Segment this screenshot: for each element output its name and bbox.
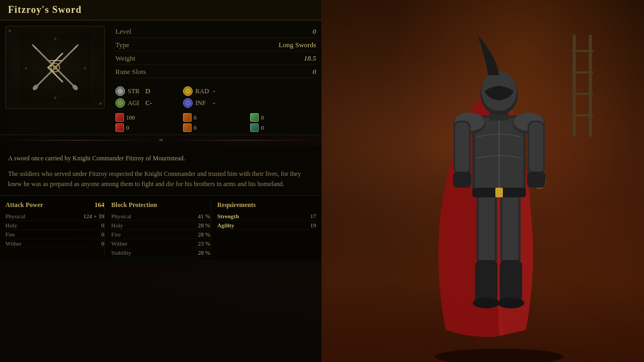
svg-point-57 <box>119 102 121 104</box>
type-label: Type <box>115 41 129 49</box>
ui-panel: Fitzroy's Sword <box>0 0 322 362</box>
ap-physical-label: Physical <box>5 213 25 219</box>
svg-point-53 <box>119 90 121 92</box>
weight-label: Weight <box>115 54 135 63</box>
requirements-header: Requirements <box>217 201 316 209</box>
top-section: ✦ ✦ ✦ ✦ Level 0 Type Long Swords Weight … <box>0 20 321 135</box>
inf-icon <box>183 98 193 108</box>
agi-label: AGI <box>128 99 143 107</box>
weapon-image-area: ✦ ✦ ✦ ✦ <box>5 26 105 109</box>
rad-grade: - <box>213 87 215 95</box>
ornament-line-right <box>166 140 322 141</box>
ap-fire-row: Fire 0 <box>5 230 104 239</box>
requirements-column: Requirements Strength 17 Agility 19 <box>210 201 316 257</box>
ap-holy-label: Holy <box>5 222 17 228</box>
rune-slots-row: Rune Slots 0 <box>115 66 316 78</box>
svg-text:✦: ✦ <box>83 65 87 71</box>
ap-physical-row: Physical 124 + 39 <box>5 212 104 221</box>
svg-point-47 <box>53 65 57 70</box>
svg-rect-21 <box>479 195 495 261</box>
fire-dmg-val1: 0 <box>194 114 197 121</box>
req-strength-value: 17 <box>310 213 316 219</box>
block-protection-column: Block Protection Physical 41 % Holy 28 %… <box>104 201 210 257</box>
svg-point-59 <box>187 102 189 104</box>
req-strength-row: Strength 17 <box>217 212 316 221</box>
ap-wither-row: Wither 0 <box>5 239 104 248</box>
block-protection-label: Block Protection <box>111 201 157 209</box>
ornament-line-left <box>0 140 156 141</box>
phys-dmg-2: 0 <box>115 123 181 132</box>
fire-dmg-icon <box>183 113 192 122</box>
svg-rect-24 <box>475 260 497 303</box>
req-strength-label: Strength <box>217 213 239 219</box>
type-value: Long Swords <box>279 41 316 49</box>
requirements-label: Requirements <box>217 201 256 209</box>
svg-text:✦: ✦ <box>24 65 28 71</box>
svg-rect-18 <box>453 172 471 188</box>
weapon-image: ✦ ✦ ✦ ✦ <box>20 33 90 102</box>
str-grade: D <box>145 87 150 95</box>
bp-wither-row: Wither 23 % <box>111 239 210 248</box>
inf-grade: - <box>213 99 215 107</box>
fire-dmg-2: 0 <box>183 123 249 132</box>
damage-grid: 100 0 0 0 <box>115 113 316 132</box>
ornament-symbol: ❧ <box>158 136 164 144</box>
holy-dmg-1: 0 <box>250 113 316 122</box>
svg-rect-12 <box>455 122 469 173</box>
bp-stability-value: 28 % <box>198 249 210 256</box>
req-agility-value: 19 <box>310 222 316 228</box>
wither-dmg: 0 <box>250 123 316 132</box>
agi-scaling: AGI C- <box>115 98 181 108</box>
svg-text:✦: ✦ <box>53 36 57 42</box>
bp-fire-row: Fire 28 % <box>111 230 210 239</box>
fire-dmg-val2: 0 <box>194 124 197 131</box>
str-scaling: STR D <box>115 86 181 96</box>
wither-dmg-icon <box>250 123 259 132</box>
title-bar: Fitzroy's Sword <box>0 0 321 20</box>
scaling-placeholder <box>251 86 316 96</box>
wither-dmg-val: 0 <box>261 124 264 131</box>
phys-dmg-val1: 100 <box>126 114 135 121</box>
holy-dmg-icon <box>250 113 259 122</box>
bp-fire-label: Fire <box>111 231 121 238</box>
attack-power-header: Attack Power 164 <box>5 201 104 209</box>
bp-stability-row: Stability 28 % <box>111 248 210 257</box>
ap-physical-value: 124 + 39 <box>83 213 104 219</box>
rad-label: RAD <box>195 87 210 95</box>
rune-slots-value: 0 <box>313 68 317 76</box>
svg-rect-25 <box>500 260 522 303</box>
bp-holy-row: Holy 28 % <box>111 221 210 230</box>
svg-rect-29 <box>495 188 503 197</box>
ap-holy-row: Holy 0 <box>5 221 104 230</box>
bp-holy-label: Holy <box>111 222 123 228</box>
inf-label: INF <box>195 99 210 107</box>
scaling-grid: STR D RAD - AGI <box>115 84 316 110</box>
bp-holy-value: 28 % <box>198 222 210 228</box>
description-section: A sword once carried by Knight Commander… <box>0 145 321 196</box>
svg-text:✦: ✦ <box>53 95 57 101</box>
req-agility-row: Agility 19 <box>217 221 316 230</box>
bp-stability-label: Stability <box>111 249 131 256</box>
phys-dmg-val2: 0 <box>126 124 129 131</box>
phys-dmg-1: 100 <box>115 113 181 122</box>
agi-icon <box>115 98 125 108</box>
level-value: 0 <box>313 27 317 36</box>
short-description: A sword once carried by Knight Commander… <box>8 153 313 164</box>
weight-row: Weight 18.5 <box>115 53 316 65</box>
weight-value: 18.5 <box>304 54 316 63</box>
level-row: Level 0 <box>115 26 316 38</box>
inf-scaling: INF - <box>183 98 248 108</box>
type-row: Type Long Swords <box>115 39 316 51</box>
bp-physical-value: 41 % <box>198 213 210 219</box>
str-icon <box>115 86 125 96</box>
svg-rect-19 <box>527 172 545 188</box>
bp-wither-value: 23 % <box>198 240 210 247</box>
item-title: Fitzroy's Sword <box>8 4 82 15</box>
attack-power-column: Attack Power 164 Physical 124 + 39 Holy … <box>5 201 104 257</box>
bp-physical-label: Physical <box>111 213 131 219</box>
attack-power-value: 164 <box>94 201 104 209</box>
agi-grade: C- <box>145 99 152 107</box>
svg-rect-14 <box>529 122 543 173</box>
svg-point-27 <box>497 298 524 308</box>
block-protection-header: Block Protection <box>111 201 210 209</box>
